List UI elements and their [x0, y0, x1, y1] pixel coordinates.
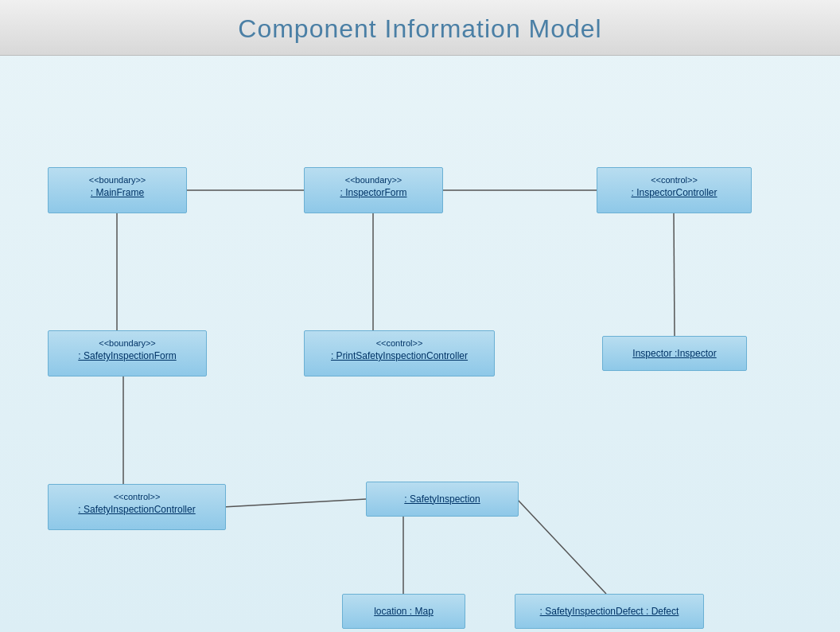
diagram-area: <<boundary>> : MainFrame <<boundary>> : … [0, 56, 840, 627]
classname-mainframe: : MainFrame [56, 186, 178, 200]
box-safetydefect: : SafetyInspectionDefect : Defect [515, 594, 704, 629]
classname-safetyinspection: : SafetyInspection [404, 493, 480, 506]
box-inspector: Inspector :Inspector [602, 336, 747, 371]
classname-inspectorform: : InspectorForm [313, 186, 434, 200]
box-safetyinspection: : SafetyInspection [366, 482, 519, 517]
classname-safetydefect: : SafetyInspectionDefect : Defect [540, 605, 679, 618]
box-locationmap: location : Map [342, 594, 465, 629]
stereotype-inspectorcontroller: <<control>> [605, 174, 743, 186]
box-printsafety: <<control>> : PrintSafetyInspectionContr… [304, 330, 495, 376]
box-mainframe: <<boundary>> : MainFrame [48, 167, 187, 213]
header: Component Information Model [0, 0, 840, 56]
stereotype-mainframe: <<boundary>> [56, 174, 178, 186]
classname-printsafety: : PrintSafetyInspectionController [313, 349, 486, 363]
box-inspectorcontroller: <<control>> : InspectorController [597, 167, 752, 213]
svg-line-5 [517, 499, 606, 594]
classname-safetyinspectioncontroller: : SafetyInspectionController [56, 503, 217, 517]
classname-safetyinspectionform: : SafetyInspectionForm [56, 349, 198, 363]
page-title: Component Information Model [238, 14, 601, 43]
svg-line-3 [223, 499, 366, 507]
classname-locationmap: location : Map [374, 605, 434, 618]
box-safetyinspectioncontroller: <<control>> : SafetyInspectionController [48, 484, 226, 530]
stereotype-safetyinspectionform: <<boundary>> [56, 337, 198, 349]
box-safetyinspectionform: <<boundary>> : SafetyInspectionForm [48, 330, 207, 376]
classname-inspector: Inspector :Inspector [632, 347, 716, 361]
stereotype-printsafety: <<control>> [313, 337, 486, 349]
stereotype-inspectorform: <<boundary>> [313, 174, 434, 186]
classname-inspectorcontroller: : InspectorController [605, 186, 743, 200]
box-inspectorform: <<boundary>> : InspectorForm [304, 167, 443, 213]
svg-line-2 [674, 213, 675, 336]
stereotype-safetyinspectioncontroller: <<control>> [56, 491, 217, 503]
